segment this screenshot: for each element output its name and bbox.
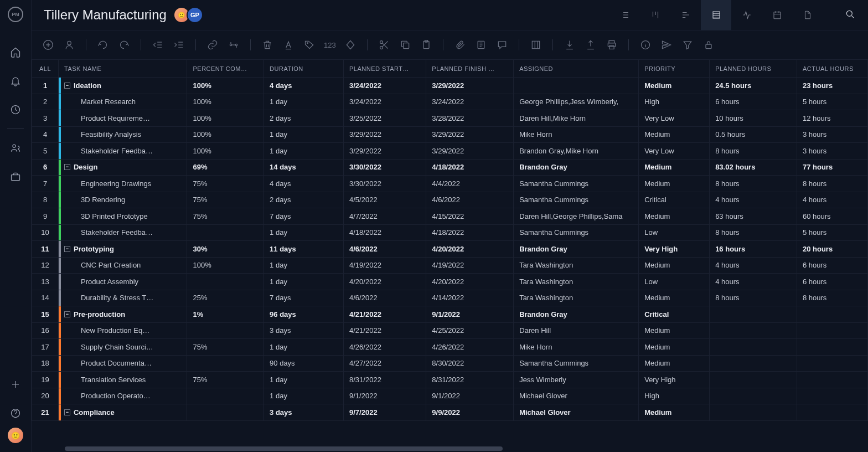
cell-ph[interactable]: 24.5 hours (710, 78, 797, 94)
cell-dur[interactable]: 1 day (264, 372, 344, 388)
cell-ah[interactable] (797, 322, 867, 339)
view-board-icon[interactable] (640, 0, 670, 30)
cell-assign[interactable]: Daren Hill (514, 322, 639, 339)
task-name-cell[interactable]: New Production Eq… (58, 322, 187, 339)
cell-assign[interactable]: Samantha Cummings (514, 355, 639, 372)
comment-button[interactable] (495, 38, 509, 52)
horizontal-scrollbar[interactable] (65, 446, 861, 451)
cut-button[interactable] (378, 38, 391, 52)
collapse-icon[interactable]: − (64, 311, 70, 317)
cell-ah[interactable] (797, 372, 867, 388)
cell-start[interactable]: 3/29/2022 (344, 143, 426, 160)
tag-button[interactable] (303, 38, 316, 52)
table-row[interactable]: 13Product Assembly1 day4/20/20224/20/202… (32, 274, 868, 290)
table-row[interactable]: 5Stakeholder Feedba…100%1 day3/29/20223/… (32, 143, 868, 160)
col-all[interactable]: ALL (32, 60, 59, 78)
cell-start[interactable]: 4/6/2022 (344, 241, 426, 258)
cell-pri[interactable]: Critical (639, 192, 710, 208)
cell-start[interactable]: 4/7/2022 (344, 208, 426, 225)
cell-start[interactable]: 4/27/2022 (344, 355, 426, 372)
cell-pct[interactable] (187, 224, 264, 241)
cell-finish[interactable]: 3/29/2022 (426, 126, 514, 143)
cell-ph[interactable] (710, 339, 797, 356)
cell-ah[interactable]: 3 hours (797, 126, 867, 143)
cell-finish[interactable]: 4/19/2022 (426, 257, 514, 274)
view-list-icon[interactable] (609, 0, 640, 30)
cell-finish[interactable]: 9/1/2022 (426, 388, 514, 404)
task-name-cell[interactable]: −Compliance (58, 404, 187, 421)
col-actual-hours[interactable]: ACTUAL HOURS (797, 60, 867, 78)
cell-finish[interactable]: 4/4/2022 (426, 176, 514, 192)
cell-start[interactable]: 3/30/2022 (344, 159, 426, 176)
cell-pct[interactable]: 100% (187, 257, 264, 274)
lock-button[interactable] (702, 38, 715, 52)
cell-ph[interactable]: 83.02 hours (710, 159, 797, 176)
cell-ah[interactable] (797, 404, 867, 421)
cell-start[interactable]: 3/24/2022 (344, 78, 426, 94)
numbers-label[interactable]: 123 (324, 41, 336, 49)
task-name-cell[interactable]: 3D Rendering (58, 192, 187, 208)
cell-pri[interactable]: Medium (639, 159, 710, 176)
cell-pct[interactable] (187, 322, 264, 339)
cell-start[interactable]: 4/18/2022 (344, 224, 426, 241)
import-button[interactable] (563, 38, 576, 52)
cell-assign[interactable]: Brandon Gray,Mike Horn (514, 143, 639, 160)
task-name-cell[interactable]: Product Requireme… (58, 110, 187, 127)
cell-finish[interactable]: 3/29/2022 (426, 143, 514, 160)
table-row[interactable]: 10Stakeholder Feedba…1 day4/18/20224/18/… (32, 224, 868, 241)
table-row[interactable]: 7Engineering Drawings75%4 days3/30/20224… (32, 176, 868, 192)
task-name-cell[interactable]: Engineering Drawings (58, 176, 187, 192)
cell-assign[interactable]: Tara Washington (514, 290, 639, 306)
cell-assign[interactable]: George Phillips,Jess Wimberly, (514, 94, 639, 110)
table-row[interactable]: 3Product Requireme…100%2 days3/25/20223/… (32, 110, 868, 127)
cell-dur[interactable]: 4 days (264, 176, 344, 192)
view-activity-icon[interactable] (731, 0, 762, 30)
cell-finish[interactable]: 8/30/2022 (426, 355, 514, 372)
task-name-cell[interactable]: Product Documenta… (58, 355, 187, 372)
table-row[interactable]: 20Production Operato…1 day9/1/20229/1/20… (32, 388, 868, 404)
cell-pct[interactable]: 75% (187, 208, 264, 225)
cell-ph[interactable]: 8 hours (710, 224, 797, 241)
cell-dur[interactable]: 1 day (264, 224, 344, 241)
print-button[interactable] (605, 38, 618, 52)
cell-dur[interactable]: 1 day (264, 388, 344, 404)
table-row[interactable]: 16New Production Eq…3 days4/21/20224/25/… (32, 322, 868, 339)
col-planned-hours[interactable]: PLANNED HOURS (710, 60, 797, 78)
cell-dur[interactable]: 1 day (264, 339, 344, 356)
cell-finish[interactable]: 3/28/2022 (426, 110, 514, 127)
cell-assign[interactable]: Brandon Gray (514, 306, 639, 323)
cell-finish[interactable]: 4/20/2022 (426, 241, 514, 258)
col-name[interactable]: TASK NAME (58, 60, 187, 78)
task-name-cell[interactable]: 3D Printed Prototype (58, 208, 187, 225)
cell-ah[interactable]: 8 hours (797, 176, 867, 192)
cell-pri[interactable]: Very Low (639, 143, 710, 160)
cell-finish[interactable]: 4/15/2022 (426, 208, 514, 225)
cell-pri[interactable]: Low (639, 224, 710, 241)
table-row[interactable]: 17Supply Chain Sourci…75%1 day4/26/20224… (32, 339, 868, 356)
milestone-button[interactable] (344, 38, 357, 52)
table-row[interactable]: 4Feasibility Analysis100%1 day3/29/20223… (32, 126, 868, 143)
collapse-icon[interactable]: − (64, 83, 70, 89)
cell-pri[interactable]: Medium (639, 355, 710, 372)
cell-dur[interactable]: 2 days (264, 110, 344, 127)
avatar-gp[interactable]: GP (187, 7, 203, 23)
cell-ph[interactable]: 0.5 hours (710, 126, 797, 143)
collapse-icon[interactable]: − (64, 409, 70, 415)
redo-button[interactable] (117, 38, 131, 52)
cell-ah[interactable]: 6 hours (797, 257, 867, 274)
cell-ah[interactable] (797, 355, 867, 372)
cell-finish[interactable]: 3/29/2022 (426, 78, 514, 94)
cell-dur[interactable]: 11 days (264, 241, 344, 258)
plus-icon[interactable] (8, 377, 23, 392)
cell-start[interactable]: 4/21/2022 (344, 322, 426, 339)
columns-button[interactable] (529, 38, 542, 52)
help-icon[interactable] (8, 405, 23, 421)
cell-finish[interactable]: 4/20/2022 (426, 274, 514, 290)
cell-assign[interactable]: Samantha Cummings (514, 192, 639, 208)
cell-start[interactable]: 9/7/2022 (344, 404, 426, 421)
cell-pri[interactable]: Medium (639, 208, 710, 225)
cell-pri[interactable]: Very Low (639, 110, 710, 127)
cell-finish[interactable]: 4/18/2022 (426, 224, 514, 241)
task-name-cell[interactable]: Supply Chain Sourci… (58, 339, 187, 356)
cell-dur[interactable]: 2 days (264, 192, 344, 208)
